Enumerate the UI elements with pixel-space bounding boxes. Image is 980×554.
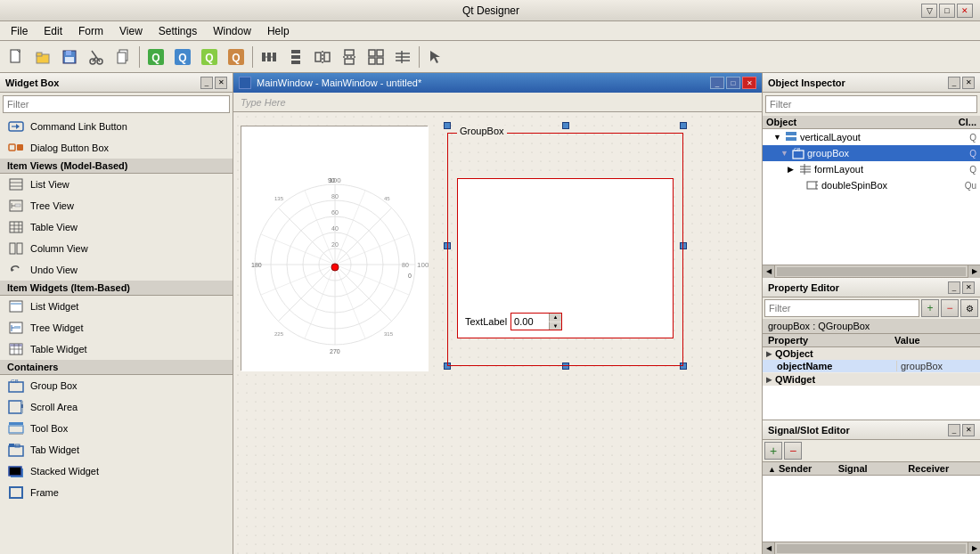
pe-close-btn[interactable]: ✕ bbox=[962, 281, 975, 294]
svg-rect-82 bbox=[9, 426, 23, 433]
qt-taborder-button[interactable]: Q bbox=[224, 45, 249, 69]
widget-item-dialog-button-box[interactable]: Dialog Button Box bbox=[0, 137, 233, 159]
layout-grid-button[interactable] bbox=[363, 45, 388, 69]
spinbox-down-btn[interactable]: ▼ bbox=[549, 322, 561, 330]
sse-content bbox=[763, 476, 980, 542]
menu-file[interactable]: File bbox=[4, 23, 35, 39]
svg-text:Q: Q bbox=[178, 52, 186, 64]
widget-item-list-view[interactable]: List View bbox=[0, 174, 233, 195]
open-button[interactable] bbox=[30, 45, 55, 69]
prop-row-objectname[interactable]: objectName groupBox bbox=[763, 360, 980, 373]
widget-item-tool-box[interactable]: Tool Box bbox=[0, 418, 233, 439]
sse-close-btn[interactable]: ✕ bbox=[962, 424, 975, 436]
layout-horizontal-button[interactable] bbox=[257, 45, 282, 69]
category-item-widgets[interactable]: Item Widgets (Item-Based) bbox=[0, 281, 233, 296]
qt-signal-slots-button[interactable]: Q bbox=[170, 45, 195, 69]
window-controls: ▽ □ ✕ bbox=[921, 4, 973, 18]
prop-section-qobject[interactable]: ▶ QObject bbox=[763, 347, 980, 360]
oi-scroll-left-btn[interactable]: ◀ bbox=[763, 265, 775, 278]
sse-remove-btn[interactable]: − bbox=[784, 442, 802, 460]
widget-item-tree-widget[interactable]: Tree Widget bbox=[0, 317, 233, 338]
qt-widget-editor-button[interactable]: Q bbox=[143, 45, 168, 69]
widget-box-minimize-btn[interactable]: _ bbox=[200, 77, 213, 89]
svg-rect-61 bbox=[10, 243, 15, 254]
polar-chart-widget[interactable]: 100 80 60 40 20 100 80 90 0 270 180 bbox=[241, 126, 428, 371]
sse-scroll-left-btn[interactable]: ◀ bbox=[763, 542, 775, 555]
widget-item-tree-view[interactable]: Tree View bbox=[0, 195, 233, 216]
svg-rect-72 bbox=[10, 344, 22, 346]
widget-item-stacked-widget[interactable]: Stacked Widget bbox=[0, 460, 233, 482]
obj-row-group-box[interactable]: ▼ GB groupBox Q bbox=[763, 145, 980, 161]
oi-scroll-right-btn[interactable]: ▶ bbox=[968, 265, 980, 278]
menu-view[interactable]: View bbox=[112, 23, 150, 39]
handle-tl[interactable] bbox=[444, 122, 451, 129]
pe-configure-btn[interactable]: ⚙ bbox=[960, 299, 978, 317]
oi-close-btn[interactable]: ✕ bbox=[962, 77, 975, 89]
svg-rect-48 bbox=[17, 144, 23, 151]
layout-vertical-button[interactable] bbox=[283, 45, 308, 69]
menu-settings[interactable]: Settings bbox=[151, 23, 204, 39]
list-view-icon bbox=[7, 175, 25, 193]
spinbox-up-btn[interactable]: ▲ bbox=[549, 314, 561, 322]
prop-section-qwidget[interactable]: ▶ QWidget bbox=[763, 373, 980, 386]
new-button[interactable] bbox=[4, 45, 29, 69]
pe-minimize-btn[interactable]: _ bbox=[948, 281, 960, 294]
layout-splitter-v-button[interactable] bbox=[337, 45, 362, 69]
designer-content[interactable]: 100 80 60 40 20 100 80 90 0 270 180 bbox=[233, 112, 762, 554]
spinbox-input[interactable] bbox=[511, 315, 549, 328]
obj-row-vertical-layout[interactable]: ▼ verticalLayout Q bbox=[763, 129, 980, 145]
spinbox-widget[interactable]: ▲ ▼ bbox=[510, 313, 562, 330]
designer-minimize-btn[interactable]: _ bbox=[710, 77, 724, 89]
widget-list: Command Link Button Dialog Button Box It… bbox=[0, 116, 233, 554]
widget-item-tab-widget[interactable]: Tab Widget bbox=[0, 439, 233, 460]
svg-text:180: 180 bbox=[251, 262, 262, 268]
widget-item-table-widget[interactable]: Table Widget bbox=[0, 338, 233, 360]
groupbox-widget[interactable]: GroupBox TextLabel ▲ ▼ bbox=[447, 126, 683, 366]
widget-box-header: Widget Box _ ✕ bbox=[0, 73, 233, 93]
sse-scrollbar-h[interactable]: ◀ ▶ bbox=[763, 542, 980, 554]
sse-scroll-right-btn[interactable]: ▶ bbox=[968, 542, 980, 555]
menu-window[interactable]: Window bbox=[206, 23, 258, 39]
oi-filter-input[interactable] bbox=[765, 95, 977, 113]
widget-box-filter-input[interactable] bbox=[3, 95, 230, 113]
cut-button[interactable] bbox=[84, 45, 109, 69]
menu-form[interactable]: Form bbox=[71, 23, 110, 39]
widget-box-close-btn[interactable]: ✕ bbox=[215, 77, 227, 89]
category-containers[interactable]: Containers bbox=[0, 360, 233, 375]
pe-filter-input[interactable] bbox=[764, 299, 919, 317]
save-button[interactable] bbox=[57, 45, 82, 69]
copy-button[interactable] bbox=[110, 45, 135, 69]
handle-tc[interactable] bbox=[562, 122, 569, 129]
pe-add-btn[interactable]: + bbox=[921, 299, 939, 317]
obj-row-double-spinbox[interactable]: doubleSpinBox Qu bbox=[763, 177, 980, 193]
menu-edit[interactable]: Edit bbox=[37, 23, 69, 39]
restore-button[interactable]: □ bbox=[939, 4, 955, 18]
widget-item-command-link-button[interactable]: Command Link Button bbox=[0, 116, 233, 137]
designer-close-btn[interactable]: ✕ bbox=[742, 77, 756, 89]
widget-item-list-widget[interactable]: List Widget bbox=[0, 296, 233, 317]
sse-minimize-btn[interactable]: _ bbox=[948, 424, 960, 436]
widget-item-table-view[interactable]: Table View bbox=[0, 216, 233, 238]
widget-item-undo-view[interactable]: Undo View bbox=[0, 259, 233, 281]
sse-add-btn[interactable]: + bbox=[764, 442, 782, 460]
widget-item-frame[interactable]: Frame bbox=[0, 482, 233, 503]
widget-item-group-box[interactable]: GB Group Box bbox=[0, 375, 233, 396]
pe-remove-btn[interactable]: − bbox=[941, 299, 959, 317]
obj-row-form-layout[interactable]: ▶ formLayout Q bbox=[763, 161, 980, 177]
menu-help[interactable]: Help bbox=[260, 23, 297, 39]
qt-buddy-button[interactable]: Q bbox=[197, 45, 222, 69]
layout-form-button[interactable] bbox=[390, 45, 415, 69]
widget-item-column-view[interactable]: Column View bbox=[0, 238, 233, 259]
widget-item-scroll-area[interactable]: Scroll Area bbox=[0, 396, 233, 418]
layout-splitter-h-button[interactable] bbox=[310, 45, 335, 69]
handle-tr[interactable] bbox=[680, 122, 687, 129]
oi-minimize-btn[interactable]: _ bbox=[948, 77, 960, 89]
pointer-tool-button[interactable] bbox=[423, 45, 448, 69]
designer-maximize-btn[interactable]: □ bbox=[726, 77, 740, 89]
minimize-button[interactable]: ▽ bbox=[921, 4, 937, 18]
groupbox-inner-area[interactable]: TextLabel ▲ ▼ bbox=[457, 178, 674, 338]
close-button[interactable]: ✕ bbox=[957, 4, 973, 18]
oi-scrollbar-h[interactable]: ◀ ▶ bbox=[763, 265, 980, 277]
designer-menubar[interactable]: Type Here bbox=[233, 93, 762, 112]
category-item-views[interactable]: Item Views (Model-Based) bbox=[0, 159, 233, 174]
